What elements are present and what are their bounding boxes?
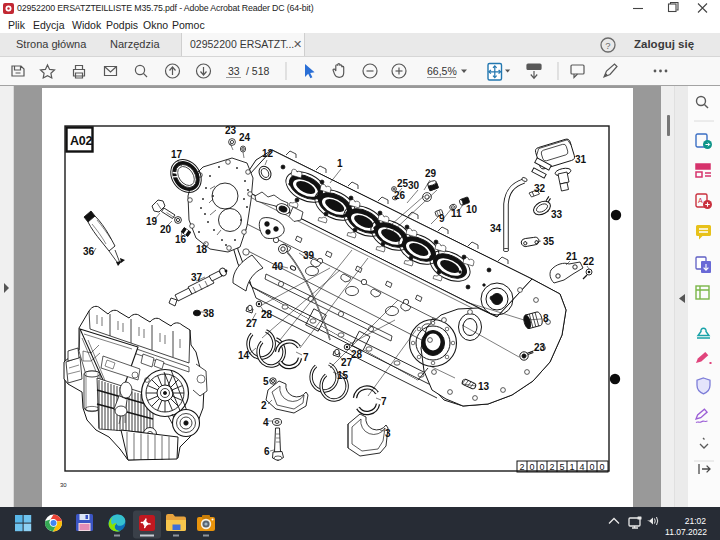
- svg-text:0: 0: [599, 462, 604, 472]
- svg-text:40: 40: [272, 261, 284, 272]
- svg-text:28: 28: [261, 309, 273, 320]
- svg-text:24: 24: [239, 132, 251, 143]
- svg-text:35: 35: [543, 236, 555, 247]
- svg-text:14: 14: [238, 350, 250, 361]
- svg-text:?: ?: [605, 40, 610, 51]
- svg-text:29: 29: [425, 168, 437, 179]
- svg-text:8: 8: [543, 313, 549, 324]
- svg-text:5: 5: [559, 462, 564, 472]
- svg-text:66,5%: 66,5%: [427, 65, 457, 77]
- svg-text:39: 39: [303, 250, 315, 261]
- svg-text:15: 15: [337, 370, 349, 381]
- svg-text:10: 10: [466, 204, 478, 215]
- svg-text:1: 1: [337, 158, 343, 169]
- svg-text:38: 38: [203, 308, 215, 319]
- svg-text:32: 32: [534, 183, 546, 194]
- svg-text:11.07.2022: 11.07.2022: [665, 527, 707, 537]
- svg-text:33: 33: [551, 209, 563, 220]
- svg-text:3: 3: [385, 428, 391, 439]
- svg-text:30: 30: [60, 482, 67, 488]
- svg-text:31: 31: [575, 154, 587, 165]
- svg-text:20: 20: [160, 224, 172, 235]
- svg-text:11: 11: [451, 208, 462, 219]
- svg-text:22: 22: [583, 256, 595, 267]
- svg-text:2: 2: [261, 400, 267, 411]
- svg-text:4: 4: [263, 417, 269, 428]
- svg-text:27: 27: [246, 318, 258, 329]
- svg-text:0: 0: [539, 462, 544, 472]
- svg-text:30: 30: [408, 180, 420, 191]
- svg-text:7: 7: [381, 396, 387, 407]
- svg-text:6: 6: [264, 446, 270, 457]
- svg-text:A02: A02: [70, 134, 92, 148]
- svg-text:36: 36: [83, 246, 95, 257]
- svg-text:25: 25: [397, 178, 409, 189]
- svg-text:23: 23: [534, 342, 546, 353]
- svg-text:33: 33: [228, 65, 240, 77]
- svg-text:1: 1: [569, 462, 574, 472]
- svg-text:28: 28: [351, 349, 363, 360]
- svg-text:17: 17: [171, 149, 183, 160]
- svg-text:0: 0: [589, 462, 594, 472]
- svg-text:19: 19: [146, 216, 158, 227]
- svg-text:9: 9: [439, 213, 445, 224]
- svg-text:/ 518: / 518: [246, 65, 270, 77]
- svg-text:13: 13: [478, 381, 490, 392]
- svg-text:7: 7: [303, 352, 309, 363]
- svg-text:0: 0: [529, 462, 534, 472]
- svg-text:2: 2: [549, 462, 554, 472]
- svg-text:18: 18: [196, 244, 208, 255]
- svg-text:26: 26: [394, 190, 406, 201]
- svg-text:23: 23: [225, 125, 237, 136]
- svg-text:5: 5: [263, 376, 269, 387]
- svg-text:37: 37: [191, 272, 203, 283]
- svg-text:34: 34: [490, 223, 502, 234]
- svg-text:4: 4: [579, 462, 584, 472]
- svg-text:12: 12: [262, 148, 274, 159]
- svg-text:2: 2: [519, 462, 524, 472]
- svg-text:21:02: 21:02: [685, 516, 707, 526]
- svg-text:21: 21: [566, 251, 578, 262]
- svg-text:A: A: [698, 197, 703, 204]
- svg-text:16: 16: [175, 234, 187, 245]
